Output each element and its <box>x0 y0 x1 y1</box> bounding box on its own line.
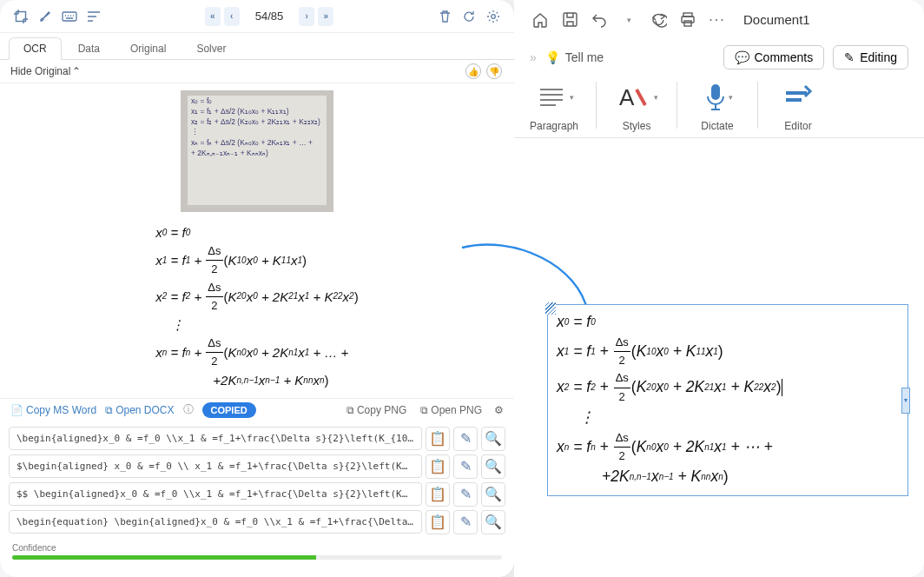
hw-line: x₀ = f₀ <box>188 96 327 106</box>
bulb-icon: 💡 <box>545 50 560 64</box>
search-icon[interactable]: 🔍 <box>481 510 505 534</box>
ribbon-styles[interactable]: A▾ Styles <box>614 78 659 132</box>
edit-icon[interactable]: ✎ <box>453 510 478 534</box>
tab-solver[interactable]: Solver <box>182 38 240 59</box>
pager-next[interactable]: › <box>299 7 314 26</box>
refresh-icon[interactable] <box>459 6 479 27</box>
list-icon[interactable] <box>83 6 104 27</box>
keyboard-icon[interactable] <box>59 6 80 27</box>
svg-rect-0 <box>16 11 26 21</box>
titlebar: « ‹ 54/85 › » <box>0 0 514 33</box>
editing-button[interactable]: ✎Editing <box>833 45 908 70</box>
save-icon[interactable] <box>559 10 580 30</box>
chevron-up-icon: ⌃ <box>72 65 81 77</box>
copy-icon[interactable]: 📋 <box>426 427 450 451</box>
svg-text:A: A <box>619 84 635 110</box>
ribbon-dictate[interactable]: ▾ Dictate <box>695 78 740 132</box>
pager-first[interactable]: « <box>205 7 221 26</box>
tab-original[interactable]: Original <box>116 38 180 59</box>
tellme-search[interactable]: 💡Tell me <box>545 50 604 64</box>
search-icon[interactable]: 🔍 <box>481 482 505 507</box>
comment-icon: 💬 <box>735 50 749 64</box>
more-icon[interactable]: ··· <box>707 10 728 30</box>
hw-line: x₁ = f₁ + Δs/2 (K₁₀x₀ + K₁₁x₁) <box>188 106 327 116</box>
copy-icon: ⧉ <box>346 404 354 416</box>
pencil-icon: ✎ <box>844 50 855 64</box>
hw-line: ⋮ <box>188 127 327 137</box>
open-docx-button[interactable]: ⧉Open DOCX <box>105 404 174 416</box>
word-equation-object[interactable]: x0 = f0 x1 = f1 + Δs2(K10x0 + K11x1) x2 … <box>547 304 908 496</box>
word-icon: 📄 <box>10 404 23 416</box>
ribbon-paragraph[interactable]: ▾ Paragraph <box>530 78 578 132</box>
redo-icon[interactable] <box>648 10 669 30</box>
chevron-right-icon: » <box>530 50 537 64</box>
svg-point-2 <box>492 14 496 18</box>
hw-line: + 2Kₙ,ₙ₋₁xₙ₋₁ + Kₙₙxₙ) <box>188 148 327 158</box>
ribbon: ▾ Paragraph A▾ Styles ▾ Dictate Editor <box>514 75 924 138</box>
text-cursor <box>782 379 782 396</box>
copy-png-button[interactable]: ⧉Copy PNG <box>346 404 406 416</box>
thumb-down-icon[interactable]: 👎 <box>486 63 502 79</box>
latex-text[interactable]: $\begin{aligned} x_0 & =f_0 \\ x_1 & =f_… <box>9 454 422 478</box>
original-image: x₀ = f₀ x₁ = f₁ + Δs/2 (K₁₀x₀ + K₁₁x₁) x… <box>181 90 333 212</box>
thumb-up-icon[interactable]: 👍 <box>465 63 481 79</box>
pager-label: 54/85 <box>255 10 284 23</box>
pager-last[interactable]: » <box>318 7 333 26</box>
document-title: Document1 <box>743 12 810 27</box>
comments-button[interactable]: 💬Comments <box>723 45 825 70</box>
tab-data[interactable]: Data <box>64 38 114 59</box>
ocr-app-window: « ‹ 54/85 › » OCR Data Original Solver H… <box>0 0 514 577</box>
open-png-button[interactable]: ⧉Open PNG <box>420 404 482 416</box>
copy-icon[interactable]: 📋 <box>426 454 450 479</box>
svg-rect-8 <box>711 84 720 100</box>
search-icon[interactable]: 🔍 <box>481 427 505 451</box>
edit-icon[interactable]: ✎ <box>453 454 478 479</box>
confidence-bar <box>12 555 502 560</box>
copy-icon[interactable]: 📋 <box>426 482 450 507</box>
latex-row: $$ \begin{aligned}x_0 & =f_0 \\x_1 & =f_… <box>9 482 505 507</box>
svg-rect-3 <box>564 13 577 26</box>
svg-rect-5 <box>682 17 694 23</box>
confidence-section: Confidence <box>0 540 514 568</box>
latex-row: \begin{aligned}x_0 & =f_0 \\x_1 & =f_1+\… <box>9 427 505 451</box>
equation-options-icon[interactable] <box>901 388 910 414</box>
tab-bar: OCR Data Original Solver <box>0 33 514 59</box>
word-titlebar: ▾ ··· Document1 <box>514 0 924 40</box>
latex-output-list: \begin{aligned}x_0 & =f_0 \\x_1 & =f_1+\… <box>0 421 514 540</box>
help-icon[interactable]: ⓘ <box>183 402 194 417</box>
undo-dropdown-icon[interactable]: ▾ <box>618 10 639 30</box>
latex-text[interactable]: \begin{equation} \begin{aligned}x_0 & =f… <box>9 510 422 534</box>
undo-icon[interactable] <box>589 10 610 30</box>
latex-text[interactable]: $$ \begin{aligned}x_0 & =f_0 \\x_1 & =f_… <box>9 482 422 506</box>
equation-handle-icon[interactable] <box>545 302 556 315</box>
external-icon: ⧉ <box>420 404 428 416</box>
svg-rect-1 <box>63 12 76 21</box>
hide-original-row: Hide Original⌃ 👍 👎 <box>0 60 514 83</box>
print-icon[interactable] <box>677 10 698 30</box>
latex-text[interactable]: \begin{aligned}x_0 & =f_0 \\x_1 & =f_1+\… <box>9 427 422 450</box>
external-icon: ⧉ <box>105 404 113 416</box>
confidence-label: Confidence <box>12 543 502 553</box>
edit-icon[interactable]: ✎ <box>453 427 478 451</box>
brush-icon[interactable] <box>35 6 56 27</box>
copy-icon[interactable]: 📋 <box>426 510 450 534</box>
latex-row: $\begin{aligned} x_0 & =f_0 \\ x_1 & =f_… <box>9 454 505 479</box>
hide-original-toggle[interactable]: Hide Original⌃ <box>10 65 81 77</box>
hw-line: xₙ = fₙ + Δs/2 (Kₙ₀x₀ + 2Kₙ₁x₁ + … + <box>188 137 327 148</box>
copy-msword-button[interactable]: 📄Copy MS Word <box>10 404 96 416</box>
settings-icon[interactable]: ⚙ <box>494 404 504 416</box>
pager-prev[interactable]: ‹ <box>224 7 240 26</box>
ribbon-editor[interactable]: Editor <box>776 78 821 132</box>
search-icon[interactable]: 🔍 <box>481 454 505 479</box>
word-window: ▾ ··· Document1 » 💡Tell me 💬Comments ✎Ed… <box>514 0 924 577</box>
home-icon[interactable] <box>530 10 551 30</box>
latex-row: \begin{equation} \begin{aligned}x_0 & =f… <box>9 510 505 534</box>
edit-icon[interactable]: ✎ <box>453 482 478 507</box>
hw-line: x₂ = f₂ + Δs/2 (K₂₀x₀ + 2K₂₁x₁ + K₂₂x₂) <box>188 116 327 127</box>
gear-icon[interactable] <box>483 6 504 27</box>
crop-icon[interactable] <box>10 6 31 27</box>
copied-badge: COPIED <box>202 402 256 418</box>
trash-icon[interactable] <box>434 6 455 27</box>
tab-ocr[interactable]: OCR <box>9 37 62 60</box>
action-bar: 📄Copy MS Word ⧉Open DOCX ⓘ COPIED ⧉Copy … <box>0 398 514 421</box>
